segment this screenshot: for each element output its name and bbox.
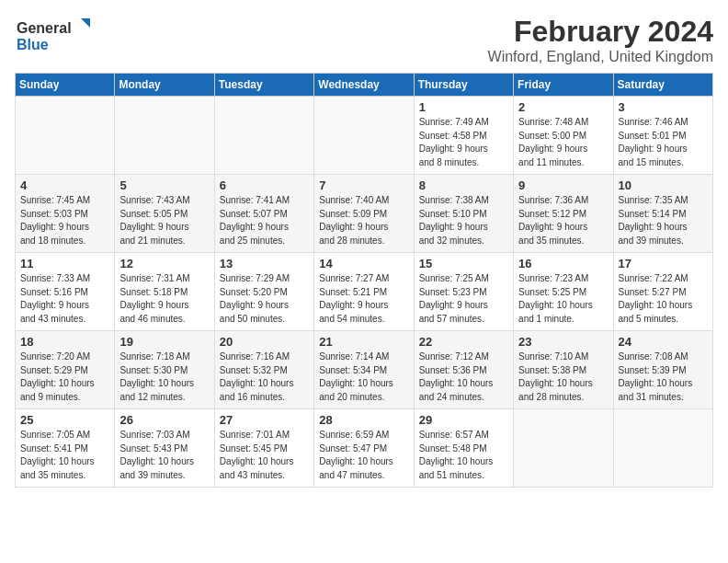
day-number: 18 <box>20 335 109 349</box>
col-header-thursday: Thursday <box>414 74 513 97</box>
logo: General Blue <box>15 15 97 57</box>
cell-info: Sunrise: 7:25 AM Sunset: 5:23 PM Dayligh… <box>419 272 508 326</box>
calendar-cell <box>115 97 214 175</box>
svg-text:Blue: Blue <box>17 37 49 52</box>
col-header-saturday: Saturday <box>613 74 712 97</box>
calendar-cell: 23Sunrise: 7:10 AM Sunset: 5:38 PM Dayli… <box>514 331 613 409</box>
cell-info: Sunrise: 7:23 AM Sunset: 5:25 PM Dayligh… <box>518 272 608 326</box>
day-number: 19 <box>119 335 209 349</box>
calendar-cell: 13Sunrise: 7:29 AM Sunset: 5:20 PM Dayli… <box>214 253 313 331</box>
cell-info: Sunrise: 7:31 AM Sunset: 5:18 PM Dayligh… <box>119 272 209 326</box>
calendar-cell: 20Sunrise: 7:16 AM Sunset: 5:32 PM Dayli… <box>214 331 313 409</box>
cell-info: Sunrise: 6:57 AM Sunset: 5:48 PM Dayligh… <box>419 429 508 482</box>
day-number: 4 <box>20 178 109 192</box>
day-number: 15 <box>419 257 508 270</box>
calendar-cell: 27Sunrise: 7:01 AM Sunset: 5:45 PM Dayli… <box>214 409 313 488</box>
cell-info: Sunrise: 7:36 AM Sunset: 5:12 PM Dayligh… <box>518 194 608 247</box>
cell-info: Sunrise: 7:20 AM Sunset: 5:29 PM Dayligh… <box>20 350 109 404</box>
cell-info: Sunrise: 7:46 AM Sunset: 5:01 PM Dayligh… <box>619 116 708 169</box>
calendar-cell: 28Sunrise: 6:59 AM Sunset: 5:47 PM Dayli… <box>314 409 414 488</box>
week-row-3: 11Sunrise: 7:33 AM Sunset: 5:16 PM Dayli… <box>16 253 713 331</box>
calendar-cell: 7Sunrise: 7:40 AM Sunset: 5:09 PM Daylig… <box>314 175 414 253</box>
day-number: 17 <box>619 257 708 270</box>
calendar-cell: 21Sunrise: 7:14 AM Sunset: 5:34 PM Dayli… <box>314 331 414 409</box>
week-row-5: 25Sunrise: 7:05 AM Sunset: 5:41 PM Dayli… <box>16 409 713 488</box>
calendar-cell: 14Sunrise: 7:27 AM Sunset: 5:21 PM Dayli… <box>314 253 414 331</box>
calendar-cell: 18Sunrise: 7:20 AM Sunset: 5:29 PM Dayli… <box>16 331 115 409</box>
calendar-cell: 6Sunrise: 7:41 AM Sunset: 5:07 PM Daylig… <box>214 175 313 253</box>
day-number: 2 <box>518 100 608 114</box>
header-row: SundayMondayTuesdayWednesdayThursdayFrid… <box>16 74 713 97</box>
col-header-wednesday: Wednesday <box>314 74 414 97</box>
cell-info: Sunrise: 7:14 AM Sunset: 5:34 PM Dayligh… <box>319 350 408 404</box>
day-number: 13 <box>220 257 309 270</box>
week-row-1: 1Sunrise: 7:49 AM Sunset: 4:58 PM Daylig… <box>16 97 713 175</box>
calendar-cell: 29Sunrise: 6:57 AM Sunset: 5:48 PM Dayli… <box>414 409 513 488</box>
logo-general-text: General Blue <box>15 15 97 57</box>
calendar-cell: 12Sunrise: 7:31 AM Sunset: 5:18 PM Dayli… <box>115 253 214 331</box>
calendar-cell: 10Sunrise: 7:35 AM Sunset: 5:14 PM Dayli… <box>613 175 712 253</box>
day-number: 22 <box>419 335 508 349</box>
calendar-cell <box>314 97 414 175</box>
day-number: 11 <box>20 257 109 270</box>
day-number: 1 <box>419 100 508 114</box>
calendar-cell <box>613 409 712 488</box>
cell-info: Sunrise: 7:43 AM Sunset: 5:05 PM Dayligh… <box>119 194 209 247</box>
cell-info: Sunrise: 7:27 AM Sunset: 5:21 PM Dayligh… <box>319 272 408 326</box>
day-number: 20 <box>220 335 309 349</box>
col-header-tuesday: Tuesday <box>214 74 313 97</box>
day-number: 16 <box>518 257 608 270</box>
calendar-cell: 2Sunrise: 7:48 AM Sunset: 5:00 PM Daylig… <box>514 97 613 175</box>
col-header-sunday: Sunday <box>16 74 115 97</box>
day-number: 28 <box>319 413 408 427</box>
calendar-cell: 17Sunrise: 7:22 AM Sunset: 5:27 PM Dayli… <box>613 253 712 331</box>
calendar-cell: 26Sunrise: 7:03 AM Sunset: 5:43 PM Dayli… <box>115 409 214 488</box>
day-number: 8 <box>419 178 508 192</box>
cell-info: Sunrise: 7:03 AM Sunset: 5:43 PM Dayligh… <box>119 429 209 482</box>
cell-info: Sunrise: 7:41 AM Sunset: 5:07 PM Dayligh… <box>220 194 309 247</box>
month-title: February 2024 <box>488 15 713 49</box>
cell-info: Sunrise: 7:38 AM Sunset: 5:10 PM Dayligh… <box>419 194 508 247</box>
col-header-friday: Friday <box>514 74 613 97</box>
cell-info: Sunrise: 7:45 AM Sunset: 5:03 PM Dayligh… <box>20 194 109 247</box>
calendar-cell <box>514 409 613 488</box>
svg-text:General: General <box>17 20 72 36</box>
cell-info: Sunrise: 7:33 AM Sunset: 5:16 PM Dayligh… <box>20 272 109 326</box>
calendar-cell: 15Sunrise: 7:25 AM Sunset: 5:23 PM Dayli… <box>414 253 513 331</box>
calendar-cell: 1Sunrise: 7:49 AM Sunset: 4:58 PM Daylig… <box>414 97 513 175</box>
day-number: 23 <box>518 335 608 349</box>
calendar-cell: 25Sunrise: 7:05 AM Sunset: 5:41 PM Dayli… <box>16 409 115 488</box>
calendar-cell: 5Sunrise: 7:43 AM Sunset: 5:05 PM Daylig… <box>115 175 214 253</box>
day-number: 5 <box>119 178 209 192</box>
svg-marker-1 <box>81 18 90 28</box>
cell-info: Sunrise: 7:48 AM Sunset: 5:00 PM Dayligh… <box>518 116 608 169</box>
calendar-cell <box>214 97 313 175</box>
day-number: 21 <box>319 335 408 349</box>
day-number: 10 <box>619 178 708 192</box>
calendar-table: SundayMondayTuesdayWednesdayThursdayFrid… <box>15 73 713 488</box>
calendar-cell: 9Sunrise: 7:36 AM Sunset: 5:12 PM Daylig… <box>514 175 613 253</box>
week-row-4: 18Sunrise: 7:20 AM Sunset: 5:29 PM Dayli… <box>16 331 713 409</box>
day-number: 6 <box>220 178 309 192</box>
cell-info: Sunrise: 7:12 AM Sunset: 5:36 PM Dayligh… <box>419 350 508 404</box>
cell-info: Sunrise: 7:18 AM Sunset: 5:30 PM Dayligh… <box>119 350 209 404</box>
location-subtitle: Winford, England, United Kingdom <box>488 49 713 65</box>
header: General Blue February 2024 Winford, Engl… <box>15 15 713 65</box>
calendar-cell: 16Sunrise: 7:23 AM Sunset: 5:25 PM Dayli… <box>514 253 613 331</box>
title-area: February 2024 Winford, England, United K… <box>488 15 713 65</box>
cell-info: Sunrise: 7:22 AM Sunset: 5:27 PM Dayligh… <box>619 272 708 326</box>
cell-info: Sunrise: 7:29 AM Sunset: 5:20 PM Dayligh… <box>220 272 309 326</box>
day-number: 9 <box>518 178 608 192</box>
calendar-cell <box>16 97 115 175</box>
calendar-cell: 8Sunrise: 7:38 AM Sunset: 5:10 PM Daylig… <box>414 175 513 253</box>
week-row-2: 4Sunrise: 7:45 AM Sunset: 5:03 PM Daylig… <box>16 175 713 253</box>
day-number: 24 <box>619 335 708 349</box>
cell-info: Sunrise: 7:10 AM Sunset: 5:38 PM Dayligh… <box>518 350 608 404</box>
calendar-cell: 19Sunrise: 7:18 AM Sunset: 5:30 PM Dayli… <box>115 331 214 409</box>
day-number: 29 <box>419 413 508 427</box>
cell-info: Sunrise: 7:40 AM Sunset: 5:09 PM Dayligh… <box>319 194 408 247</box>
calendar-cell: 4Sunrise: 7:45 AM Sunset: 5:03 PM Daylig… <box>16 175 115 253</box>
day-number: 25 <box>20 413 109 427</box>
cell-info: Sunrise: 7:16 AM Sunset: 5:32 PM Dayligh… <box>220 350 309 404</box>
day-number: 14 <box>319 257 408 270</box>
